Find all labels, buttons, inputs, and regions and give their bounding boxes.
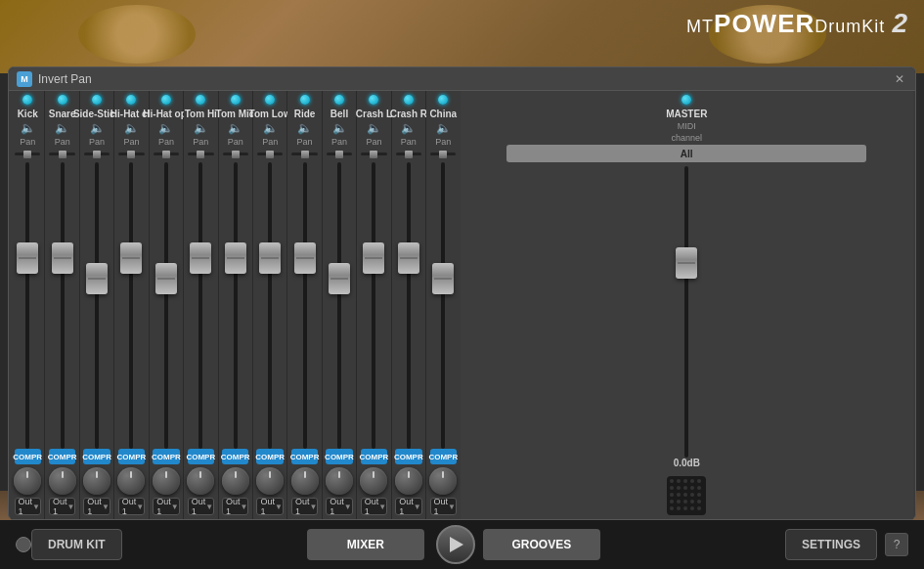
pan-slider-crash-r[interactable] bbox=[394, 149, 423, 158]
knob-crash-l[interactable] bbox=[360, 467, 387, 495]
knob-container-tom-mid bbox=[222, 467, 249, 495]
pan-label-snare: Pan bbox=[55, 137, 70, 147]
knob-bell[interactable] bbox=[326, 467, 353, 495]
dropdown-arrow-tom-hi: ▼ bbox=[205, 503, 213, 511]
knob-tom-low[interactable] bbox=[256, 467, 284, 495]
help-button[interactable]: ? bbox=[885, 533, 908, 556]
pan-label-hihat-op: Pan bbox=[158, 137, 174, 147]
channel-hihat-op: Hi-Hat op. 🔈 Pan COMPR Out 1 ▼ bbox=[150, 91, 184, 519]
compr-button-snare[interactable]: COMPR bbox=[49, 449, 75, 464]
channel-name-tom-low: Tom Low bbox=[249, 109, 291, 119]
compr-button-tom-hi[interactable]: COMPR bbox=[188, 449, 214, 464]
pan-slider-china[interactable] bbox=[428, 149, 458, 158]
fader-thumb-hihat-cl[interactable] bbox=[120, 242, 142, 274]
compr-button-hihat-cl[interactable]: COMPR bbox=[118, 449, 145, 464]
pan-slider-hihat-cl[interactable] bbox=[116, 149, 146, 158]
pan-slider-side-stick[interactable] bbox=[82, 149, 111, 158]
compr-button-kick[interactable]: COMPR bbox=[15, 449, 41, 464]
channel-name-china: China bbox=[429, 109, 457, 119]
output-selector-hihat-op[interactable]: Out 1 ▼ bbox=[153, 498, 179, 515]
fader-thumb-china[interactable] bbox=[432, 263, 454, 294]
knob-tom-mid[interactable] bbox=[222, 467, 249, 495]
output-selector-snare[interactable]: Out 1 ▼ bbox=[49, 498, 75, 515]
channel-kick: Kick 🔈 Pan COMPR Out 1 ▼ bbox=[11, 91, 45, 519]
knob-china[interactable] bbox=[429, 467, 457, 495]
fader-thumb-ride[interactable] bbox=[294, 242, 316, 274]
output-selector-crash-l[interactable]: Out 1 ▼ bbox=[361, 498, 387, 515]
compr-button-ride[interactable]: COMPR bbox=[291, 449, 318, 464]
knob-hihat-cl[interactable] bbox=[117, 467, 145, 495]
compr-button-tom-low[interactable]: COMPR bbox=[256, 449, 283, 464]
output-value-crash-r: Out 1 bbox=[399, 497, 414, 516]
fader-thumb-tom-mid[interactable] bbox=[225, 242, 246, 274]
knob-snare[interactable] bbox=[49, 467, 76, 495]
compr-button-crash-r[interactable]: COMPR bbox=[395, 449, 421, 464]
fader-thumb-tom-low[interactable] bbox=[259, 242, 281, 274]
output-selector-ride[interactable]: Out 1 ▼ bbox=[291, 498, 318, 515]
output-selector-china[interactable]: Out 1 ▼ bbox=[430, 498, 457, 515]
compr-button-hihat-op[interactable]: COMPR bbox=[153, 449, 179, 464]
fader-container-tom-hi bbox=[186, 162, 215, 449]
pan-slider-bell[interactable] bbox=[325, 149, 354, 158]
led-hihat-op bbox=[161, 95, 171, 105]
fader-thumb-crash-l[interactable] bbox=[363, 242, 384, 274]
fader-container-tom-mid bbox=[221, 162, 250, 449]
compr-button-bell[interactable]: COMPR bbox=[326, 449, 352, 464]
pan-slider-hihat-op[interactable] bbox=[152, 149, 181, 158]
fader-container-china bbox=[428, 162, 458, 449]
pan-label-side-stick: Pan bbox=[89, 137, 105, 147]
compr-button-china[interactable]: COMPR bbox=[430, 449, 457, 464]
compr-button-tom-mid[interactable]: COMPR bbox=[222, 449, 248, 464]
output-selector-crash-r[interactable]: Out 1 ▼ bbox=[395, 498, 421, 515]
drum-kit-button[interactable]: DRUM KIT bbox=[31, 529, 122, 560]
pan-slider-ride[interactable] bbox=[289, 149, 319, 158]
pan-thumb-hihat-cl bbox=[127, 151, 135, 158]
fader-thumb-side-stick[interactable] bbox=[86, 263, 108, 294]
output-selector-bell[interactable]: Out 1 ▼ bbox=[326, 498, 352, 515]
fader-thumb-bell[interactable] bbox=[329, 263, 350, 294]
knob-side-stick[interactable] bbox=[83, 467, 110, 495]
knob-ride[interactable] bbox=[291, 467, 319, 495]
pan-label-tom-mid: Pan bbox=[228, 137, 243, 147]
fader-thumb-tom-hi[interactable] bbox=[190, 242, 211, 274]
pan-slider-kick[interactable] bbox=[13, 149, 42, 158]
grooves-button[interactable]: GROOVES bbox=[483, 529, 600, 560]
compr-button-crash-l[interactable]: COMPR bbox=[361, 449, 387, 464]
pan-slider-tom-mid[interactable] bbox=[221, 149, 250, 158]
pan-track-ride bbox=[291, 153, 317, 155]
led-tom-hi bbox=[196, 95, 205, 105]
output-selector-hihat-cl[interactable]: Out 1 ▼ bbox=[118, 498, 145, 515]
fader-thumb-crash-r[interactable] bbox=[398, 242, 419, 274]
output-selector-tom-mid[interactable]: Out 1 ▼ bbox=[222, 498, 248, 515]
fader-track-side-stick bbox=[95, 162, 99, 449]
output-value-side-stick: Out 1 bbox=[87, 497, 102, 516]
knob-tom-hi[interactable] bbox=[187, 467, 214, 495]
output-selector-side-stick[interactable]: Out 1 ▼ bbox=[83, 498, 110, 515]
play-button[interactable] bbox=[436, 525, 475, 564]
output-selector-kick[interactable]: Out 1 ▼ bbox=[15, 498, 41, 515]
master-fader-thumb[interactable] bbox=[676, 247, 697, 279]
fader-thumb-kick[interactable] bbox=[17, 242, 38, 274]
pan-slider-crash-l[interactable] bbox=[359, 149, 388, 158]
fader-thumb-snare[interactable] bbox=[52, 242, 73, 274]
output-selector-tom-hi[interactable]: Out 1 ▼ bbox=[188, 498, 214, 515]
dropdown-arrow-hihat-op: ▼ bbox=[171, 503, 179, 511]
knob-crash-r[interactable] bbox=[395, 467, 422, 495]
compr-button-side-stick[interactable]: COMPR bbox=[83, 449, 110, 464]
settings-button[interactable]: SETTINGS bbox=[785, 529, 877, 560]
pan-slider-tom-low[interactable] bbox=[255, 149, 285, 158]
fader-container-ride bbox=[289, 162, 319, 449]
speaker-icon-crash-r: 🔈 bbox=[401, 121, 416, 135]
pan-slider-tom-hi[interactable] bbox=[186, 149, 215, 158]
speaker-icon-hihat-cl: 🔈 bbox=[124, 121, 139, 135]
pan-slider-snare[interactable] bbox=[47, 149, 76, 158]
knob-kick[interactable] bbox=[14, 467, 41, 495]
mixer-button[interactable]: MIXER bbox=[307, 529, 424, 560]
master-all-button[interactable]: All bbox=[506, 145, 866, 162]
led-snare bbox=[58, 95, 67, 105]
close-button[interactable]: ✕ bbox=[892, 71, 907, 87]
knob-hihat-op[interactable] bbox=[153, 467, 180, 495]
output-selector-tom-low[interactable]: Out 1 ▼ bbox=[256, 498, 283, 515]
brand-drum: Drum bbox=[814, 17, 861, 36]
fader-thumb-hihat-op[interactable] bbox=[155, 263, 177, 294]
